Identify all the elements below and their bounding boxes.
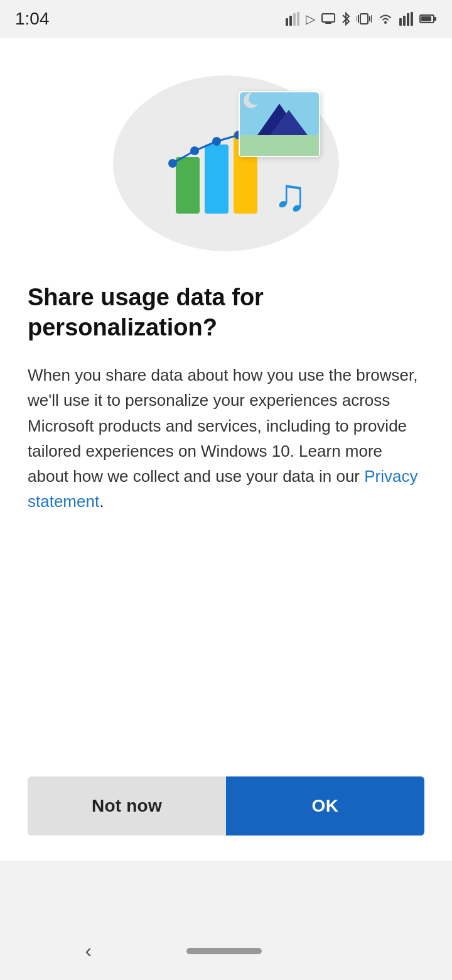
screen-mirror-icon — [321, 13, 335, 24]
signal-icon — [286, 12, 299, 26]
signal-bars-icon — [399, 12, 413, 26]
illustration-bg: ♫ — [113, 75, 339, 251]
nav-row: ‹ □ — [0, 939, 452, 962]
ok-button[interactable]: OK — [226, 776, 424, 836]
svg-rect-13 — [403, 16, 406, 26]
svg-rect-2 — [293, 13, 296, 26]
svg-point-32 — [249, 92, 261, 105]
svg-rect-3 — [297, 12, 299, 26]
svg-rect-6 — [360, 14, 368, 24]
battery-icon — [419, 13, 437, 24]
svg-rect-18 — [434, 17, 436, 21]
svg-text:♫: ♫ — [273, 170, 307, 220]
svg-rect-17 — [421, 16, 431, 21]
svg-rect-5 — [325, 23, 331, 24]
svg-rect-12 — [399, 18, 402, 26]
main-content: ♫ Share usage data for personalization? … — [0, 38, 452, 861]
svg-rect-14 — [407, 13, 409, 26]
play-store-icon: ▷ — [306, 11, 315, 26]
home-bar[interactable] — [186, 948, 262, 954]
page-description: When you share data about how you use th… — [28, 362, 424, 514]
svg-rect-15 — [411, 12, 413, 26]
status-time: 1:04 — [15, 9, 50, 29]
svg-rect-20 — [205, 144, 229, 214]
svg-rect-4 — [322, 14, 335, 22]
svg-rect-0 — [286, 18, 288, 26]
svg-rect-1 — [289, 16, 292, 26]
back-button[interactable]: ‹ — [85, 939, 92, 962]
recents-button[interactable]: □ — [357, 941, 367, 961]
description-text: When you share data about how you use th… — [28, 366, 418, 486]
description-period: . — [99, 492, 104, 511]
buttons-row: Not now OK — [28, 776, 424, 836]
not-now-button[interactable]: Not now — [28, 776, 226, 836]
illustration-svg: ♫ — [113, 75, 339, 251]
illustration-container: ♫ — [28, 75, 424, 251]
svg-rect-33 — [240, 135, 319, 156]
svg-rect-19 — [176, 157, 200, 214]
bluetooth-icon — [342, 12, 350, 26]
bottom-area: ‹ □ — [0, 861, 452, 980]
page-title: Share usage data for personalization? — [28, 283, 424, 342]
status-icons: ▷ — [286, 11, 437, 26]
status-bar: 1:04 ▷ — [0, 0, 452, 38]
vibrate-icon — [357, 12, 372, 26]
wifi-icon — [378, 13, 393, 24]
svg-point-11 — [384, 21, 387, 24]
